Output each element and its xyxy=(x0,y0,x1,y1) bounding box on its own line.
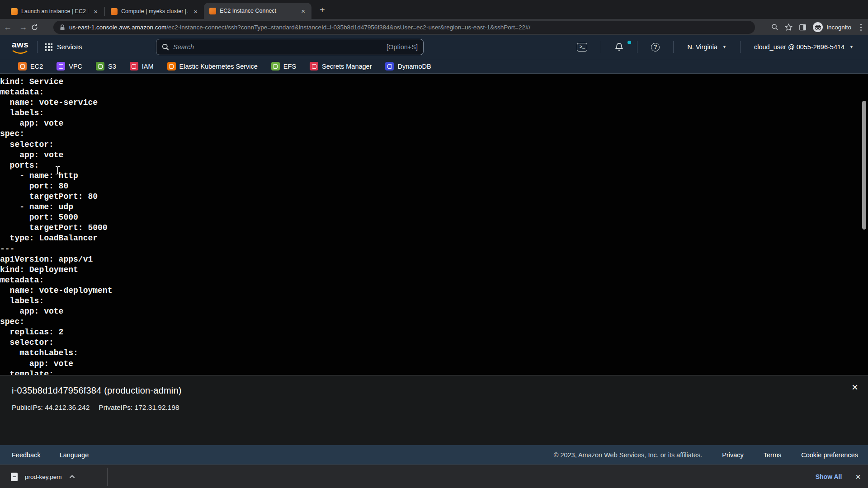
divider xyxy=(740,41,741,53)
tab-title: Launch an instance | EC2 Mana xyxy=(21,8,88,14)
public-ips: PublicIPs: 44.212.36.242 xyxy=(12,404,90,412)
cookie-preferences-link[interactable]: Cookie preferences xyxy=(801,451,858,459)
browser-toolbar: ← → us-east-1.console.aws.amazon.com/ec2… xyxy=(0,19,868,35)
downloads-bar: prod-key.pem Show All × xyxy=(0,465,868,488)
url-text: us-east-1.console.aws.amazon.com/ec2-ins… xyxy=(69,24,530,31)
favorite-efs[interactable]: EFS xyxy=(271,62,296,70)
favorite-secrets-manager[interactable]: Secrets Manager xyxy=(310,62,372,70)
favorite-iam[interactable]: IAM xyxy=(130,62,154,70)
ec2-icon xyxy=(18,62,27,70)
favorite-dynamodb[interactable]: DynamoDB xyxy=(385,62,431,70)
help-button[interactable]: ? xyxy=(645,43,666,52)
reload-icon[interactable] xyxy=(31,23,46,31)
services-menu[interactable]: Services xyxy=(45,43,82,51)
account-menu[interactable]: cloud_user @ 0055-2696-5414 ▼ xyxy=(748,43,860,51)
tab-close-icon[interactable]: × xyxy=(299,7,307,15)
console-search-input[interactable]: Search [Option+S] xyxy=(156,39,424,55)
secrets-manager-icon xyxy=(310,62,318,70)
tab-ec2-instance-connect[interactable]: EC2 Instance Connect × xyxy=(204,3,311,19)
tab-launch-instance[interactable]: Launch an instance | EC2 Mana × xyxy=(5,4,104,19)
divider xyxy=(637,41,637,53)
favorite-eks[interactable]: Elastic Kubernetes Service xyxy=(167,62,258,70)
aws-favicon-icon xyxy=(111,8,118,15)
incognito-badge: Incognito xyxy=(813,22,851,32)
cloudshell-icon: >_ xyxy=(577,43,587,52)
favorite-ec2[interactable]: EC2 xyxy=(18,62,43,70)
eks-icon xyxy=(167,62,176,70)
lock-icon xyxy=(60,24,65,31)
private-ips: PrivateIPs: 172.31.92.198 xyxy=(99,404,179,412)
browser-menu-icon[interactable] xyxy=(858,24,864,31)
help-icon: ? xyxy=(651,43,660,52)
file-icon xyxy=(11,473,18,481)
iam-icon xyxy=(130,62,138,70)
terminal-yaml-text: kind: Service metadata: name: vote-servi… xyxy=(0,74,868,380)
zoom-icon[interactable] xyxy=(771,23,778,31)
favorite-vpc[interactable]: VPC xyxy=(57,62,82,70)
feedback-link[interactable]: Feedback xyxy=(12,451,41,459)
aws-console-footer: Feedback Language © 2023, Amazon Web Ser… xyxy=(0,445,868,465)
aws-console-header: aws Services Search [Option+S] >_ ? N. V… xyxy=(0,35,868,59)
panel-close-icon[interactable]: × xyxy=(852,382,858,393)
back-icon[interactable]: ← xyxy=(0,23,15,32)
divider xyxy=(37,41,38,53)
address-bar[interactable]: us-east-1.console.aws.amazon.com/ec2-ins… xyxy=(53,21,755,34)
incognito-label: Incognito xyxy=(826,24,851,31)
search-placeholder: Search xyxy=(173,43,382,51)
terms-link[interactable]: Terms xyxy=(764,451,781,459)
search-icon xyxy=(162,43,169,51)
downloaded-file-name: prod-key.pem xyxy=(25,474,62,480)
divider xyxy=(601,41,601,53)
notification-dot xyxy=(627,41,631,44)
dynamodb-icon xyxy=(385,62,394,70)
chevron-down-icon: ▼ xyxy=(849,45,854,49)
incognito-icon xyxy=(813,22,823,32)
tab-separator xyxy=(104,7,105,16)
chevron-down-icon: ▼ xyxy=(722,45,726,49)
aws-favicon-icon xyxy=(209,8,216,14)
downloads-close-icon[interactable]: × xyxy=(855,472,861,481)
downloaded-file-chip[interactable]: prod-key.pem xyxy=(5,468,80,486)
services-grid-icon xyxy=(45,43,52,51)
instance-title: i-035b8d1d47956f384 (production-admin) xyxy=(12,385,182,396)
text-cursor-icon xyxy=(55,166,61,175)
bookmark-star-icon[interactable] xyxy=(785,23,793,31)
divider xyxy=(107,468,108,486)
bell-icon xyxy=(615,42,623,52)
search-shortcut: [Option+S] xyxy=(387,43,418,51)
ssh-terminal[interactable]: kind: Service metadata: name: vote-servi… xyxy=(0,74,868,375)
new-tab-button[interactable]: + xyxy=(316,5,329,15)
tab-close-icon[interactable]: × xyxy=(92,7,99,16)
vpc-icon xyxy=(57,62,65,70)
copyright-text: © 2023, Amazon Web Services, Inc. or its… xyxy=(554,451,703,459)
tab-close-icon[interactable]: × xyxy=(192,7,199,16)
s3-icon xyxy=(96,62,104,70)
instance-info-panel: i-035b8d1d47956f384 (production-admin) P… xyxy=(0,375,868,445)
cloudshell-button[interactable]: >_ xyxy=(571,43,594,52)
tab-compute-myeks[interactable]: Compute | myeks cluster | Ama × xyxy=(105,4,204,19)
forward-icon[interactable]: → xyxy=(15,23,31,32)
region-selector[interactable]: N. Virginia ▼ xyxy=(681,43,733,51)
browser-tab-strip: Launch an instance | EC2 Mana × Compute … xyxy=(0,0,868,19)
favorites-bar: EC2 VPC S3 IAM Elastic Kubernetes Servic… xyxy=(0,59,868,74)
privacy-link[interactable]: Privacy xyxy=(722,451,744,459)
tab-title: EC2 Instance Connect xyxy=(220,8,296,14)
efs-icon xyxy=(271,62,280,70)
show-all-button[interactable]: Show All xyxy=(816,473,842,480)
side-panel-icon[interactable] xyxy=(799,23,807,31)
language-link[interactable]: Language xyxy=(60,451,89,459)
aws-logo[interactable]: aws xyxy=(12,40,30,54)
favorite-s3[interactable]: S3 xyxy=(96,62,116,70)
tab-title: Compute | myeks cluster | Ama xyxy=(121,8,188,14)
notifications-button[interactable] xyxy=(609,42,630,52)
divider xyxy=(673,41,674,53)
ec2-favicon-icon xyxy=(11,8,18,15)
chevron-up-icon[interactable] xyxy=(69,475,75,479)
terminal-scrollbar[interactable] xyxy=(862,101,866,230)
